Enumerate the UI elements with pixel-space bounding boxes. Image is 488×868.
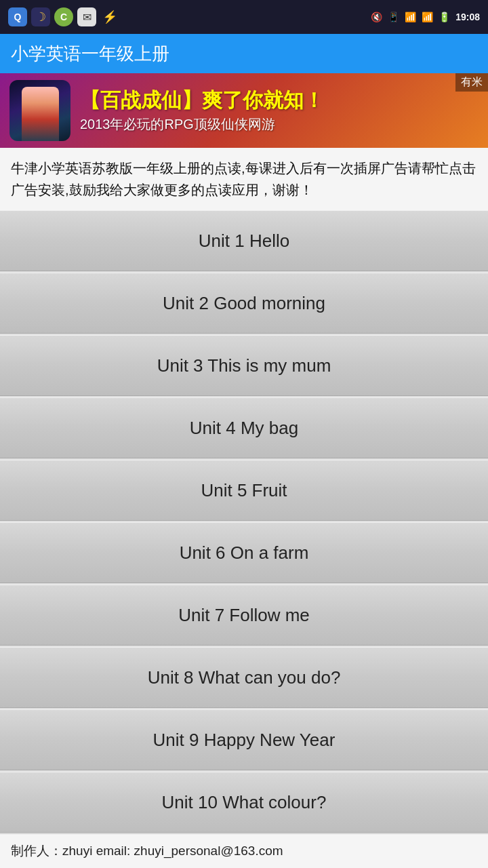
battery-icon: 🔋 [439,12,450,22]
app-icon-mail: ✉ [77,7,96,26]
ad-subtitle: 2013年必玩的RPG顶级仙侠网游 [80,115,488,134]
app-icon-1: Q [8,7,27,26]
app-icon-2: ☽ [31,7,50,26]
status-bar: Q ☽ C ✉ ⚡ 🔇 📱 📶 📶 🔋 19:08 [0,0,488,34]
status-bar-right: 🔇 📱 📶 📶 🔋 19:08 [371,12,480,22]
mute-icon: 🔇 [371,12,382,22]
signal-icon: 📶 [422,12,433,22]
status-bar-left: Q ☽ C ✉ ⚡ [8,7,119,26]
unit-button-1[interactable]: Unit 1 Hello [0,210,488,271]
wifi-icon: 📶 [405,12,416,22]
ad-banner[interactable]: 有米 【百战成仙】爽了你就知！ 2013年必玩的RPG顶级仙侠网游 [0,73,488,148]
footer: 制作人：zhuyi email: zhuyi_personal@163.com [0,833,488,868]
unit-button-5[interactable]: Unit 5 Fruit [0,460,488,521]
unit-button-7[interactable]: Unit 7 Follow me [0,585,488,646]
ad-text-area: 【百战成仙】爽了你就知！ 2013年必玩的RPG顶级仙侠网游 [80,88,488,134]
ad-title: 【百战成仙】爽了你就知！ [80,88,488,113]
title-bar: 小学英语一年级上册 [0,34,488,73]
status-time: 19:08 [455,12,480,22]
unit-button-4[interactable]: Unit 4 My bag [0,397,488,458]
phone-icon: 📱 [388,12,399,22]
ad-badge: 有米 [455,73,488,92]
app-icon-3: C [54,7,73,26]
ad-icon-image [9,80,70,141]
unit-button-3[interactable]: Unit 3 This is my mum [0,335,488,396]
ad-icon [9,80,70,141]
unit-button-10[interactable]: Unit 10 What colour? [0,772,488,833]
unit-button-6[interactable]: Unit 6 On a farm [0,522,488,583]
unit-button-9[interactable]: Unit 9 Happy New Year [0,709,488,770]
unit-button-8[interactable]: Unit 8 What can you do? [0,647,488,708]
ad-figure [22,87,59,141]
app-description: 牛津小学英语苏教版一年级上册的点读,每课进入后有一次插屏广告请帮忙点击广告安装,… [0,148,488,210]
unit-list: Unit 1 HelloUnit 2 Good morningUnit 3 Th… [0,210,488,833]
app-title: 小学英语一年级上册 [11,42,169,66]
unit-button-2[interactable]: Unit 2 Good morning [0,273,488,334]
usb-icon: ⚡ [100,7,119,26]
